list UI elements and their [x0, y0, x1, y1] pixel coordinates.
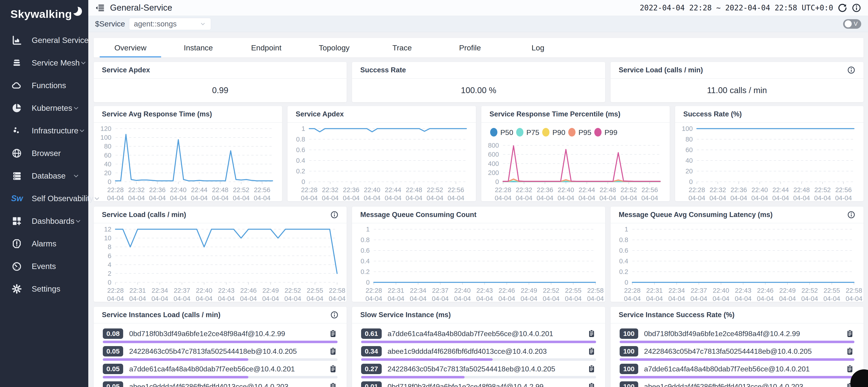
svg-text:04-04: 04-04 — [240, 295, 257, 302]
progress-bar-fill — [361, 358, 493, 361]
time-range-picker[interactable]: 2022-04-04 22:28 ~ 2022-04-04 22:58 UTC+… — [640, 3, 833, 12]
tab-profile[interactable]: Profile — [436, 38, 504, 58]
sidebar-item-events[interactable]: Events — [0, 255, 88, 278]
clipboard-icon[interactable] — [329, 382, 338, 387]
svg-text:04-04: 04-04 — [772, 195, 789, 201]
sidebar-item-database[interactable]: Database — [0, 165, 88, 187]
list-item[interactable]: 0.2724228463c05b47c7813fa502544418eb@10.… — [361, 364, 596, 378]
list-item-line: 10024228463c05b47c7813fa502544418eb@10.4… — [620, 346, 855, 356]
svg-text:04-04: 04-04 — [432, 295, 449, 302]
svg-text:04-04: 04-04 — [151, 295, 168, 302]
info-icon[interactable] — [330, 211, 338, 219]
list-item[interactable]: 1000bd718f0b3df49a6bfe1e2ce48f98a4f@10.4… — [620, 328, 855, 343]
card-header: Service Load (calls / min) — [611, 62, 864, 79]
charts-row-2: Service Load (calls / min)02468101222:28… — [94, 207, 864, 302]
sidebar-item-general-service[interactable]: General Service — [0, 29, 88, 51]
progress-bar-fill — [361, 341, 596, 343]
sidebar-item-kubernetes[interactable]: Kubernetes — [0, 97, 88, 119]
list-item[interactable]: 0.05abee1c9dddaf4f6286fbf6dfd4013cce@10.… — [103, 381, 338, 387]
clipboard-icon[interactable] — [587, 329, 596, 338]
value-badge: 0.34 — [361, 346, 381, 356]
svg-text:04-04: 04-04 — [824, 295, 840, 302]
svg-text:22:31: 22:31 — [388, 287, 404, 294]
tab-trace[interactable]: Trace — [368, 38, 436, 58]
svg-text:22:46: 22:46 — [757, 287, 774, 294]
svg-text:04-04: 04-04 — [385, 195, 401, 201]
svg-text:0.8: 0.8 — [296, 136, 305, 143]
clipboard-icon[interactable] — [845, 329, 855, 338]
line-chart[interactable]: 00.20.40.60.8122:2804-0422:3204-0422:360… — [287, 123, 476, 201]
line-chart[interactable]: 020040060080022:2804-0422:3204-0422:3604… — [481, 123, 670, 201]
card-header: Service Avg Response Time (ms) — [94, 106, 282, 123]
info-icon[interactable] — [852, 3, 861, 13]
svg-text:04-04: 04-04 — [521, 295, 537, 302]
sidebar-collapse-icon[interactable] — [95, 3, 104, 13]
sidebar-item-service-mesh[interactable]: Service Mesh — [0, 51, 88, 74]
line-chart[interactable]: 02040608010012022:2804-0422:3204-0422:36… — [94, 123, 282, 201]
line-chart[interactable]: 00.20.40.60.8122:2804-0422:3104-0422:340… — [352, 223, 605, 302]
progress-bar-fill — [103, 358, 248, 361]
filter-toolbar: $Service agent::songs V — [88, 16, 868, 32]
list-item[interactable]: 0.34abee1c9dddaf4f6286fbf6dfd4013cce@10.… — [361, 346, 596, 361]
line-chart[interactable]: 02040608010022:2804-0422:3204-0422:3604-… — [675, 123, 864, 201]
clipboard-icon[interactable] — [329, 329, 338, 338]
sidebar-item-browser[interactable]: Browser — [0, 142, 88, 165]
tab-topology[interactable]: Topology — [300, 38, 368, 58]
svg-text:22:49: 22:49 — [262, 287, 279, 294]
version-toggle[interactable]: V — [843, 19, 861, 29]
tab-endpoint[interactable]: Endpoint — [232, 38, 300, 58]
cloud-icon — [11, 80, 22, 91]
service-select[interactable]: agent::songs — [129, 18, 211, 30]
app-logo[interactable]: Skywalking — [0, 0, 88, 25]
clipboard-icon[interactable] — [587, 382, 596, 387]
list-item[interactable]: 0.61a7dde61ca4fa48a4b80dab7f7eeb56ce@10.… — [361, 328, 596, 343]
clipboard-icon[interactable] — [329, 364, 338, 374]
progress-bar-fill — [103, 341, 338, 343]
list-item[interactable]: 100abee1c9dddaf4f6286fbf6dfd4013cce@10.4… — [620, 381, 855, 387]
clipboard-icon[interactable] — [587, 364, 596, 374]
clipboard-icon[interactable] — [587, 347, 596, 356]
svg-text:0: 0 — [366, 279, 370, 286]
sidebar-item-self-observability[interactable]: SwSelf Observability — [0, 187, 88, 210]
tab-overview[interactable]: Overview — [96, 38, 164, 58]
svg-text:04-04: 04-04 — [149, 195, 166, 201]
sidebar-item-dashboards[interactable]: Dashboards — [0, 210, 88, 233]
clipboard-icon[interactable] — [329, 347, 338, 356]
card-title: Service Response Time Percentile (ms) — [490, 110, 620, 118]
sidebar-item-label: Infrastructure — [32, 126, 78, 135]
list-item-line: 0.0524228463c05b47c7813fa502544418eb@10.… — [103, 346, 338, 356]
list-item[interactable]: 0.05a7dde61ca4fa48a4b80dab7f7eeb56ce@10.… — [103, 364, 338, 378]
svg-text:04-04: 04-04 — [690, 295, 707, 302]
info-icon[interactable] — [847, 66, 855, 74]
info-icon[interactable] — [847, 211, 855, 219]
svg-text:04-04: 04-04 — [543, 295, 559, 302]
sidebar-item-functions[interactable]: Functions — [0, 74, 88, 97]
list-card-slow-service-instance-ms-: Slow Service Instance (ms)0.61a7dde61ca4… — [352, 307, 605, 387]
list-item[interactable]: 0.010bd718f0b3df49a6bfe1e2ce48f98a4f@10.… — [361, 381, 596, 387]
list-item[interactable]: 0.080bd718f0b3df49a6bfe1e2ce48f98a4f@10.… — [103, 328, 338, 343]
list-item[interactable]: 10024228463c05b47c7813fa502544418eb@10.4… — [620, 346, 855, 361]
clipboard-icon[interactable] — [845, 364, 855, 374]
clipboard-icon[interactable] — [845, 347, 855, 356]
svg-text:60: 60 — [685, 146, 693, 153]
svg-text:0.4: 0.4 — [619, 257, 628, 265]
chart-card-message-queue-consuming-count: Message Queue Consuming Count00.20.40.60… — [352, 207, 605, 302]
line-chart[interactable]: 00.20.40.60.8122:2804-0422:3104-0422:340… — [611, 223, 864, 302]
tab-instance[interactable]: Instance — [164, 38, 232, 58]
refresh-icon[interactable] — [838, 3, 847, 13]
sidebar-item-settings[interactable]: Settings — [0, 278, 88, 300]
list-item[interactable]: 0.0524228463c05b47c7813fa502544418eb@10.… — [103, 346, 338, 361]
svg-text:22:28: 22:28 — [107, 186, 124, 194]
sidebar-item-alarms[interactable]: Alarms — [0, 233, 88, 255]
tab-log[interactable]: Log — [504, 38, 572, 58]
svg-text:22:56: 22:56 — [447, 186, 464, 194]
svg-text:22:49: 22:49 — [521, 287, 537, 294]
svg-text:0: 0 — [625, 279, 628, 286]
list-item[interactable]: 100a7dde61ca4fa48a4b80dab7f7eeb56ce@10.4… — [620, 364, 855, 378]
line-chart[interactable]: 02468101222:2804-0422:3104-0422:3404-042… — [94, 223, 347, 302]
svg-text:12: 12 — [104, 225, 112, 233]
moon-icon — [73, 7, 82, 16]
chart-card-success-rate-: Success Rate (%)02040608010022:2804-0422… — [675, 106, 864, 201]
info-icon[interactable] — [330, 311, 338, 319]
sidebar-item-infrastructure[interactable]: Infrastructure — [0, 119, 88, 142]
